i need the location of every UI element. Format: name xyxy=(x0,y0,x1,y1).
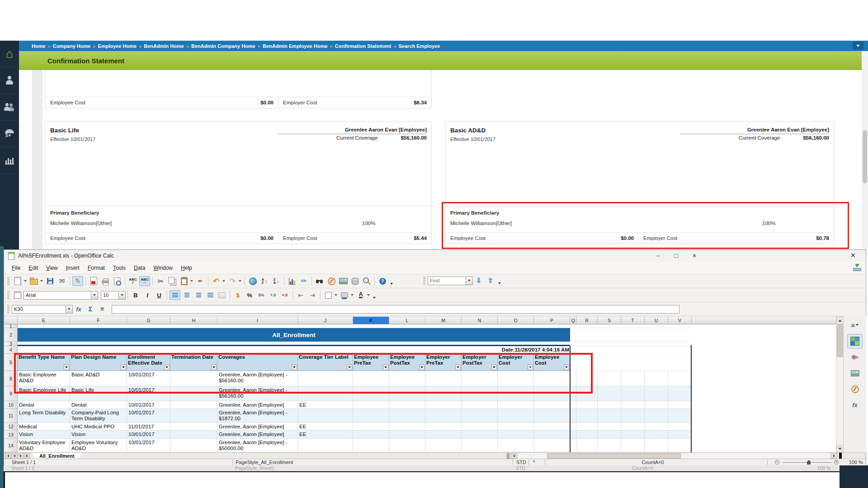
cell[interactable]: Voluntary Employee AD&D xyxy=(18,439,70,452)
cell[interactable] xyxy=(534,439,570,452)
cell[interactable]: Company-Paid Long Term Disability xyxy=(70,409,127,423)
zoom-in-icon[interactable]: + xyxy=(834,460,839,465)
cell[interactable] xyxy=(570,328,692,342)
toolbar-grip[interactable] xyxy=(7,277,9,285)
menu-edit[interactable]: Edit xyxy=(24,263,42,273)
menu-insert[interactable]: Insert xyxy=(62,263,84,273)
borders-icon[interactable] xyxy=(323,290,334,300)
cell[interactable] xyxy=(598,439,621,452)
navigator-icon[interactable] xyxy=(326,276,337,286)
row-header[interactable]: 11 xyxy=(5,409,18,423)
cell[interactable] xyxy=(534,401,570,409)
page-preview-icon[interactable] xyxy=(112,276,123,286)
row-header[interactable]: 10 xyxy=(5,401,18,409)
bold-icon[interactable]: B xyxy=(130,290,141,300)
cell[interactable] xyxy=(621,431,645,439)
sort-descending-icon[interactable]: ZA xyxy=(271,276,282,286)
styles-formatting-icon[interactable] xyxy=(848,351,862,364)
sidebar-item-employee[interactable] xyxy=(0,67,19,94)
menu-format[interactable]: Format xyxy=(84,263,109,273)
cell[interactable] xyxy=(425,423,462,431)
cell[interactable] xyxy=(668,423,692,431)
cell[interactable]: Vision xyxy=(70,431,127,439)
open-dropdown[interactable] xyxy=(40,276,43,286)
close-icon[interactable] xyxy=(850,252,856,259)
cell[interactable] xyxy=(389,431,425,439)
cell[interactable] xyxy=(576,423,598,431)
save-icon[interactable] xyxy=(45,276,56,286)
cell[interactable] xyxy=(598,423,621,431)
email-icon[interactable] xyxy=(57,276,67,286)
browser-scrollbar-thumb[interactable] xyxy=(863,130,867,183)
cell[interactable] xyxy=(498,423,534,431)
column-header[interactable]: P xyxy=(534,317,570,324)
column-header[interactable]: N xyxy=(462,317,498,324)
cell[interactable] xyxy=(353,401,389,409)
cell[interactable]: Greenlee, Aaron [Employee] xyxy=(217,431,298,439)
help-icon[interactable] xyxy=(377,276,388,286)
cell[interactable] xyxy=(425,401,462,409)
navigator-icon[interactable] xyxy=(848,382,862,396)
menu-view[interactable]: View xyxy=(42,263,62,273)
find-previous-icon[interactable] xyxy=(485,276,496,286)
breadcrumb-confirmation-statement[interactable]: Confirmation Statement xyxy=(335,43,392,49)
cell[interactable] xyxy=(353,409,389,423)
cell[interactable] xyxy=(462,439,498,452)
cell[interactable] xyxy=(389,409,425,423)
currency-format-icon[interactable] xyxy=(232,290,243,300)
column-header[interactable]: I xyxy=(217,317,298,324)
cell[interactable] xyxy=(425,431,462,439)
cell[interactable]: 10/01/2017 xyxy=(127,401,170,409)
cell[interactable]: EE xyxy=(298,431,353,439)
breadcrumb-benadmin-home[interactable]: BenAdmin Home xyxy=(144,43,184,49)
cell[interactable] xyxy=(389,423,425,431)
undo-dropdown[interactable] xyxy=(222,276,226,286)
gallery-icon[interactable] xyxy=(848,366,862,380)
cell[interactable] xyxy=(498,409,534,423)
cell[interactable] xyxy=(598,386,621,401)
status-mode[interactable]: STD xyxy=(516,460,526,465)
column-header[interactable]: G xyxy=(127,317,170,324)
cell[interactable]: Employee Voluntary AD&D xyxy=(70,439,127,452)
cell[interactable] xyxy=(170,439,217,452)
cell[interactable] xyxy=(425,439,462,452)
breadcrumb-employee-home[interactable]: Employee Home xyxy=(98,43,137,49)
sidebar-item-people[interactable] xyxy=(0,94,19,121)
next-sheet-icon[interactable] xyxy=(18,453,24,459)
cell[interactable]: EE xyxy=(298,423,353,431)
cell[interactable] xyxy=(570,401,576,409)
percent-format-icon[interactable] xyxy=(244,290,255,300)
paste-dropdown[interactable] xyxy=(190,276,193,286)
sidebar-menu-icon[interactable] xyxy=(848,318,862,332)
menu-file[interactable]: File xyxy=(8,263,24,273)
cell[interactable] xyxy=(668,439,692,452)
spellcheck-icon[interactable]: ABC✓ xyxy=(127,276,138,286)
cell[interactable] xyxy=(534,423,570,431)
breadcrumb-dropdown-button[interactable] xyxy=(853,42,863,50)
align-justify-icon[interactable] xyxy=(205,290,216,300)
cell[interactable]: EE xyxy=(298,401,353,409)
cell[interactable] xyxy=(598,409,621,423)
cell[interactable] xyxy=(645,439,668,452)
draw-functions-icon[interactable] xyxy=(298,276,309,286)
cell[interactable] xyxy=(645,401,668,409)
cell[interactable] xyxy=(462,401,498,409)
breadcrumb-search-employee[interactable]: Search Employee xyxy=(399,43,440,49)
italic-icon[interactable]: I xyxy=(142,290,153,300)
column-header[interactable]: O xyxy=(498,317,534,324)
background-color-dropdown[interactable] xyxy=(350,290,354,300)
cell[interactable] xyxy=(668,401,692,409)
menu-help[interactable]: Help xyxy=(177,263,196,273)
undo-icon[interactable] xyxy=(211,276,222,286)
cell[interactable] xyxy=(621,371,645,386)
equals-icon[interactable]: = xyxy=(97,304,108,314)
cell[interactable] xyxy=(170,423,217,431)
export-pdf-icon[interactable] xyxy=(88,276,99,286)
cell[interactable]: Greenlee, Aaron [Employee] - $50000.00 xyxy=(217,439,298,452)
redo-icon[interactable] xyxy=(227,276,238,286)
cell[interactable] xyxy=(170,409,217,423)
column-header-selected[interactable]: K xyxy=(353,317,389,324)
vertical-scrollbar[interactable] xyxy=(836,317,844,452)
open-icon[interactable] xyxy=(28,276,39,286)
cell[interactable]: Medical xyxy=(18,423,70,431)
